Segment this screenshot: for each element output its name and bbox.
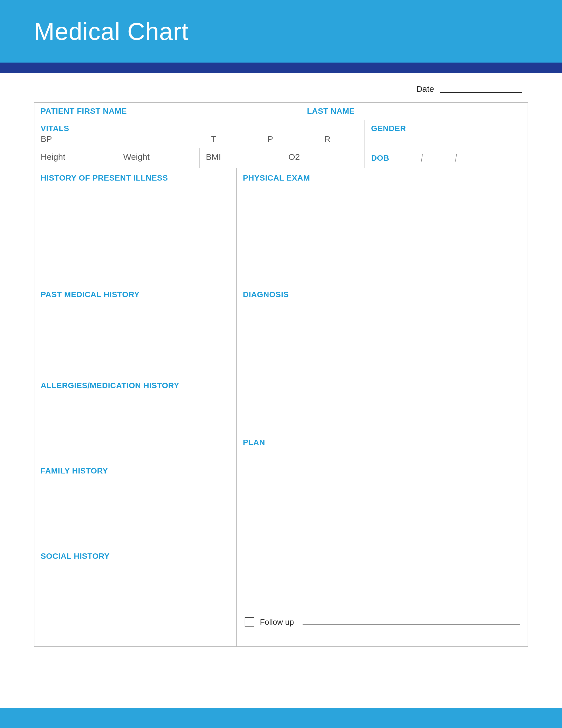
first-name-label: PATIENT FIRST NAME [41,107,127,115]
sh-section[interactable]: SOCIAL HISTORY [34,547,237,646]
gender-cell[interactable]: GENDER [365,120,528,148]
dx-section[interactable]: DIAGNOSIS [237,285,528,433]
name-row: PATIENT FIRST NAME LAST NAME [34,103,528,120]
height-cell[interactable]: Height [34,148,117,168]
date-input-line[interactable] [440,85,522,93]
date-label: Date [416,84,434,94]
fh-section[interactable]: FAMILY HISTORY [34,461,237,547]
amh-section[interactable]: ALLERGIES/MEDICATION HISTORY [34,376,237,461]
body-row: HISTORY OF PRESENT ILLNESS PAST MEDICAL … [34,168,528,646]
gender-label: GENDER [371,124,406,133]
body-grid: HISTORY OF PRESENT ILLNESS PAST MEDICAL … [34,168,528,646]
r-label: R [324,134,330,144]
pmh-section[interactable]: PAST MEDICAL HISTORY [34,285,237,376]
fh-label: FAMILY HISTORY [41,466,108,475]
t-label: T [211,134,216,144]
weight-cell[interactable]: Weight [117,148,200,168]
followup-row: Follow up [237,609,528,646]
pe-section[interactable]: PHYSICAL EXAM [237,168,528,285]
dx-label: DIAGNOSIS [243,290,289,299]
vitals-row-1: VITALS BP T P R GENDER [34,120,528,148]
dob-label: DOB [371,154,389,163]
content-area: Date PATIENT FIRST NAME LAST NAME VITALS… [0,73,562,647]
vitals-abbr-row: BP T P R [41,134,358,144]
pmh-label: PAST MEDICAL HISTORY [41,290,140,299]
plan-label: PLAN [243,438,265,447]
followup-label: Follow up [260,618,294,627]
date-row: Date [34,84,528,94]
followup-checkbox[interactable] [245,617,254,627]
dob-slash-1: / [421,152,423,164]
vitals-row-2: Height Weight BMI O2 DOB / / [34,148,528,168]
height-label: Height [41,152,65,162]
page-title: Medical Chart [34,17,189,45]
p-label: P [268,134,273,144]
dob-slash-2: / [455,152,457,164]
bp-label: BP [41,134,52,144]
dob-cell[interactable]: DOB / / [365,148,528,168]
hpi-section[interactable]: HISTORY OF PRESENT ILLNESS [34,168,237,285]
body-left-column: HISTORY OF PRESENT ILLNESS PAST MEDICAL … [34,168,237,646]
body-right-column: PHYSICAL EXAM DIAGNOSIS PLAN Follow up [237,168,528,646]
bmi-label: BMI [206,152,221,162]
vitals-main-cell[interactable]: VITALS BP T P R [34,120,365,148]
pe-label: PHYSICAL EXAM [243,173,310,182]
chart-table: PATIENT FIRST NAME LAST NAME VITALS BP T… [34,102,528,647]
first-name-cell[interactable]: PATIENT FIRST NAME [34,103,300,120]
sh-label: SOCIAL HISTORY [41,552,110,561]
hpi-label: HISTORY OF PRESENT ILLNESS [41,173,168,182]
header-underline [0,63,562,73]
weight-label: Weight [123,152,150,162]
amh-label: ALLERGIES/MEDICATION HISTORY [41,381,179,390]
o2-cell[interactable]: O2 [282,148,365,168]
o2-label: O2 [288,152,300,162]
footer-band [0,708,562,728]
last-name-label: LAST NAME [307,107,354,115]
plan-section[interactable]: PLAN [237,433,528,609]
vitals-header: VITALS [41,124,358,133]
medical-chart-page: Medical Chart Date PATIENT FIRST NAME LA… [0,0,562,728]
last-name-cell[interactable]: LAST NAME [300,103,528,120]
header-band: Medical Chart [0,0,562,63]
bmi-cell[interactable]: BMI [200,148,282,168]
followup-input-line[interactable] [302,619,520,625]
